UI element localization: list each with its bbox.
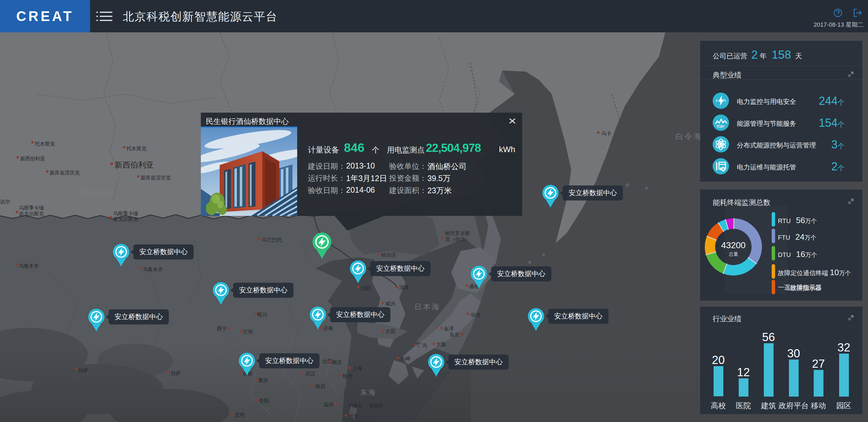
- svg-text:南昌: 南昌: [315, 384, 326, 389]
- svg-text:广岛: 广岛: [417, 343, 427, 348]
- svg-text:西宁: 西宁: [217, 326, 227, 331]
- svg-text:兰州: 兰州: [243, 329, 253, 334]
- svg-text:克（伯力）: 克（伯力）: [445, 236, 470, 242]
- svg-text:昆明: 昆明: [235, 412, 245, 418]
- svg-text:仙台: 仙台: [471, 312, 481, 317]
- svg-text:福州: 福州: [323, 402, 334, 407]
- svg-text:东京: 东京: [450, 332, 459, 337]
- svg-text:台北: 台北: [348, 414, 359, 419]
- svg-text:托木斯克: 托木斯克: [34, 141, 55, 147]
- svg-text:乌斯季卡缅: 乌斯季卡缅: [19, 205, 44, 210]
- svg-text:长崎: 长崎: [400, 356, 410, 361]
- svg-text:拉萨: 拉萨: [79, 368, 89, 373]
- svg-text:新库兹涅茨克: 新库兹涅茨克: [141, 175, 171, 181]
- svg-text:哈巴罗夫斯: 哈巴罗夫斯: [445, 231, 470, 236]
- svg-text:合肥: 合肥: [322, 359, 333, 364]
- svg-text:银川: 银川: [257, 312, 267, 317]
- svg-text:日本海: 日本海: [414, 302, 441, 311]
- svg-text:咸兴: 咸兴: [385, 301, 395, 306]
- svg-text:乌斯季卡缅: 乌斯季卡缅: [113, 211, 138, 216]
- svg-text:新库兹涅茨克: 新库兹涅茨克: [50, 170, 80, 175]
- svg-text:重庆: 重庆: [258, 378, 268, 383]
- svg-text:钓鱼岛: 钓鱼岛: [349, 403, 362, 408]
- svg-text:诺戈尔斯克: 诺戈尔斯克: [19, 211, 44, 217]
- svg-text:沈阳: 沈阳: [361, 286, 371, 291]
- svg-text:乌鲁木齐: 乌鲁木齐: [143, 267, 163, 272]
- svg-text:东海: 东海: [360, 388, 377, 396]
- svg-text:大田: 大田: [385, 329, 395, 334]
- svg-text:巴甫洛达尔: 巴甫洛达尔: [75, 189, 114, 197]
- svg-text:大阪: 大阪: [436, 342, 446, 347]
- svg-text:赤尾屿: 赤尾屿: [369, 403, 382, 408]
- svg-text:乌卡: 乌卡: [601, 131, 611, 136]
- svg-text:杭州: 杭州: [342, 374, 353, 379]
- svg-text:武汉: 武汉: [305, 371, 315, 376]
- svg-text:乌鲁木齐: 乌鲁木齐: [19, 263, 39, 268]
- svg-text:上海: 上海: [352, 366, 362, 371]
- svg-text:诺戈尔斯克: 诺戈尔斯克: [113, 217, 138, 222]
- svg-text:乌兰巴托: 乌兰巴托: [262, 237, 282, 242]
- svg-text:金泽: 金泽: [444, 326, 454, 331]
- svg-text:拉萨: 拉萨: [171, 370, 181, 376]
- svg-text:贵阳: 贵阳: [259, 398, 269, 403]
- svg-text:新西伯利亚: 新西伯利亚: [115, 160, 154, 169]
- svg-text:托木斯克: 托木斯克: [126, 146, 147, 151]
- svg-text:南京: 南京: [332, 360, 342, 365]
- svg-text:清津: 清津: [399, 285, 409, 290]
- svg-text:白令海: 白令海: [675, 132, 703, 140]
- svg-text:达尔: 达尔: [0, 199, 10, 204]
- svg-text:新西伯利亚: 新西伯利亚: [20, 156, 45, 161]
- svg-text:哈尔滨: 哈尔滨: [381, 252, 396, 258]
